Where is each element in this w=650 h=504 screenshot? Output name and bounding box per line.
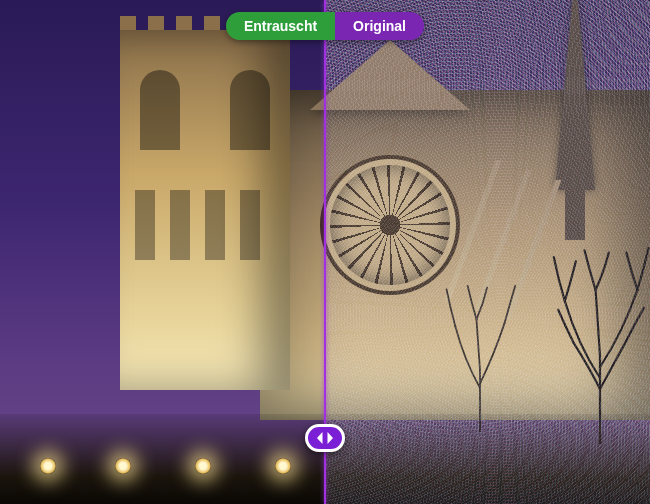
- chevron-right-icon: [326, 432, 334, 444]
- processed-label: Entrauscht: [226, 12, 335, 40]
- chevron-left-icon: [316, 432, 324, 444]
- comparison-slider-handle[interactable]: [305, 424, 345, 452]
- comparison-labels: Entrauscht Original: [226, 12, 424, 40]
- before-after-comparison: Entrauscht Original: [0, 0, 650, 504]
- original-label: Original: [335, 12, 424, 40]
